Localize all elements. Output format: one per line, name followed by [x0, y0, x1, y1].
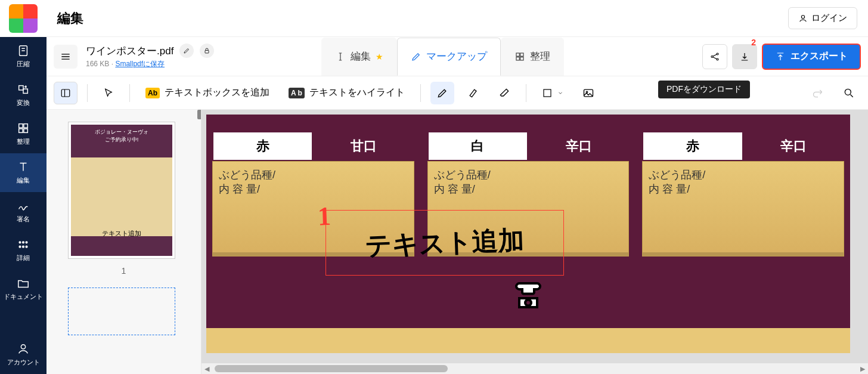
svg-rect-15 — [205, 51, 209, 54]
annotation-2: 2 — [751, 38, 756, 47]
file-size: 166 KB — [86, 60, 109, 68]
redo-icon — [812, 87, 824, 99]
nav-compress[interactable]: 圧縮 — [0, 37, 46, 76]
nav-documents[interactable]: ドキュメント — [0, 270, 46, 308]
svg-rect-2 — [23, 89, 27, 93]
phone-icon — [510, 277, 546, 313]
add-textbox-tool[interactable]: Ab テキストボックスを追加 — [140, 82, 275, 104]
svg-rect-19 — [520, 57, 523, 60]
canvas-area: 赤 甘口 ぶどう品種/ 内 容 量/ 白 辛口 ぶどう品種/ 内 — [202, 110, 868, 374]
svg-point-8 — [23, 242, 24, 243]
file-name: ワインポスター.pdf — [86, 44, 173, 58]
tab-markup[interactable]: マークアップ — [397, 38, 501, 76]
upload-icon — [775, 51, 786, 62]
svg-rect-6 — [24, 129, 27, 132]
pointer-tool[interactable] — [97, 82, 120, 104]
wine-color: 赤 — [642, 131, 743, 161]
shape-tool[interactable] — [536, 82, 569, 104]
workspace: ボジョレー・ヌーヴォ ご予約承り中! テキスト追加 1 赤 甘口 ぶどう品種/ — [46, 110, 868, 374]
file-bar: ワインポスター.pdf 166 KB · Smallpdfに保存 編集 ★ マー… — [46, 37, 868, 76]
export-button[interactable]: エクスポート — [762, 44, 861, 70]
save-link[interactable]: Smallpdfに保存 — [115, 60, 165, 68]
search-icon — [843, 87, 855, 99]
download-button[interactable] — [732, 44, 757, 69]
wine-text: 内 容 量/ — [219, 182, 408, 196]
nav-account[interactable]: アカウント — [0, 335, 46, 374]
horizontal-scrollbar[interactable]: ◀ ▶ — [202, 363, 868, 374]
scroll-thumb[interactable] — [215, 365, 448, 372]
add-page-placeholder[interactable] — [68, 288, 175, 335]
image-icon — [582, 87, 594, 99]
canvas-scroll[interactable]: 赤 甘口 ぶどう品種/ 内 容 量/ 白 辛口 ぶどう品種/ 内 — [202, 110, 868, 363]
panel-toggle[interactable] — [54, 82, 78, 104]
freehand-tool[interactable] — [430, 82, 454, 104]
file-meta: 166 KB · Smallpdfに保存 — [86, 59, 214, 69]
tab-edit[interactable]: 編集 ★ — [321, 38, 397, 76]
wine-text: 内 容 量/ — [649, 182, 838, 196]
wine-taste: 辛口 — [528, 131, 629, 161]
svg-rect-17 — [520, 53, 523, 56]
svg-point-13 — [21, 345, 25, 349]
wine-taste: 辛口 — [743, 131, 844, 161]
nav-organize[interactable]: 整理 — [0, 115, 46, 153]
svg-point-11 — [23, 246, 24, 248]
image-tool[interactable] — [576, 82, 600, 104]
freehand-annotation[interactable]: 1 テキスト追加 — [326, 210, 564, 276]
search-button[interactable] — [837, 82, 861, 104]
rename-button[interactable] — [179, 44, 194, 58]
wine-color: 白 — [427, 131, 528, 161]
page-thumbnail[interactable]: ボジョレー・ヌーヴォ ご予約承り中! テキスト追加 — [68, 122, 175, 259]
nav-label: ドキュメント — [4, 292, 43, 301]
grid-icon — [17, 122, 30, 135]
scroll-left-arrow[interactable]: ◀ — [202, 365, 212, 373]
svg-rect-3 — [19, 124, 23, 128]
highlighter-tool[interactable] — [461, 82, 485, 104]
sign-icon — [17, 199, 30, 212]
pdf-page[interactable]: 赤 甘口 ぶどう品種/ 内 容 量/ 白 辛口 ぶどう品種/ 内 — [206, 115, 850, 353]
app-logo[interactable] — [9, 4, 38, 33]
star-icon: ★ — [376, 52, 383, 61]
nav-label: 署名 — [17, 215, 30, 224]
marker-icon — [467, 87, 479, 99]
svg-point-21 — [717, 53, 718, 55]
menu-button[interactable] — [54, 45, 78, 69]
panel-resize-handle[interactable] — [197, 110, 202, 119]
share-button[interactable] — [702, 44, 727, 69]
login-button[interactable]: ログイン — [788, 7, 857, 29]
download-tooltip: PDFをダウンロード — [658, 81, 750, 98]
svg-point-9 — [26, 242, 27, 243]
wine-text: ぶどう品種/ — [649, 168, 838, 182]
download-icon — [739, 51, 750, 62]
lock-button[interactable] — [200, 44, 214, 58]
ab-dark-icon: A b — [289, 88, 305, 98]
svg-point-20 — [711, 55, 713, 57]
left-sidebar: 圧縮 変換 整理 編集 署名 詳細 ドキュメント アカウント — [0, 0, 46, 374]
scroll-right-arrow[interactable]: ▶ — [857, 365, 868, 373]
top-header: 編集 ログイン — [46, 0, 868, 37]
svg-point-7 — [19, 242, 21, 243]
handwrite-text: テキスト追加 — [364, 222, 525, 263]
page-number: 1 — [68, 266, 179, 276]
redo-button[interactable] — [806, 82, 830, 104]
svg-point-14 — [801, 15, 804, 18]
share-icon — [709, 51, 720, 62]
eraser-tool[interactable] — [492, 82, 516, 104]
user-icon — [17, 342, 30, 356]
annotation-1: 1 — [317, 201, 331, 232]
nav-sign[interactable]: 署名 — [0, 192, 46, 231]
square-icon — [542, 88, 553, 98]
header-actions: 2 エクスポート PDFをダウンロード — [702, 44, 861, 70]
text-cursor-icon — [335, 51, 346, 62]
wine-taste: 甘口 — [313, 131, 414, 161]
nav-edit[interactable]: 編集 — [0, 153, 46, 192]
svg-rect-23 — [61, 89, 70, 97]
tool-label: テキストボックスを追加 — [165, 86, 269, 99]
tab-organize[interactable]: 整理 — [501, 38, 564, 76]
svg-rect-4 — [24, 124, 27, 128]
text-icon — [17, 160, 30, 174]
highlight-tool[interactable]: A b テキストをハイライト — [283, 82, 411, 104]
nav-convert[interactable]: 変換 — [0, 76, 46, 115]
mode-tabs: 編集 ★ マークアップ 整理 — [321, 38, 564, 76]
nav-more[interactable]: 詳細 — [0, 231, 46, 270]
grid-icon — [514, 51, 525, 62]
